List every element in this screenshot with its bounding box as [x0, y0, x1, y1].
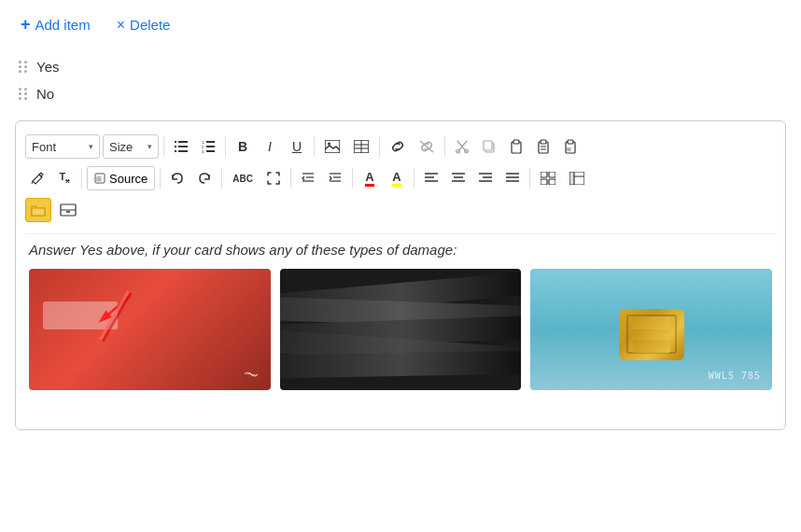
remove-format-icon: Tx — [59, 171, 69, 185]
align-center-button[interactable] — [446, 166, 471, 190]
separator — [290, 168, 291, 189]
bold-icon: B — [238, 139, 247, 154]
svg-rect-53 — [541, 172, 547, 177]
list-item: Yes — [15, 53, 786, 80]
editor-content[interactable]: Answer Yes above, if your card shows any… — [25, 233, 776, 420]
add-item-button[interactable]: + Add item — [15, 11, 96, 38]
paste-word-icon: W — [564, 139, 577, 154]
frame-icon — [541, 172, 555, 185]
indent-button[interactable] — [323, 166, 347, 190]
paste-word-button[interactable]: W — [558, 134, 583, 159]
drawer-icon — [60, 203, 77, 217]
align-right-button[interactable] — [473, 166, 498, 190]
separator — [444, 136, 445, 157]
copy-icon — [483, 140, 496, 153]
source-button[interactable]: ⊞ Source — [87, 166, 155, 190]
image-gallery: WWLS 785 — [29, 269, 772, 390]
underline-icon: U — [292, 139, 302, 154]
insert-link-button[interactable] — [385, 134, 411, 159]
font-dropdown-arrow: ▾ — [89, 142, 93, 151]
underline-button[interactable]: U — [285, 134, 309, 159]
size-dropdown[interactable]: Size ▾ — [103, 134, 159, 159]
delete-label: Delete — [130, 17, 170, 33]
justify-icon — [506, 173, 519, 184]
redo-icon — [198, 172, 211, 185]
spellcheck-button[interactable]: ABC — [227, 166, 259, 190]
card-image-2 — [280, 269, 522, 390]
separator — [352, 168, 353, 189]
item-yes-label: Yes — [36, 59, 59, 75]
undo-icon — [171, 172, 184, 185]
ordered-list-button[interactable]: 1. 2. 3. — [196, 134, 220, 159]
svg-rect-54 — [549, 172, 555, 177]
editor-toolbar-row-1: Font ▾ Size ▾ 1. 2. 3. — [25, 131, 776, 162]
delete-button[interactable]: × Delete — [111, 13, 176, 37]
svg-rect-56 — [549, 179, 555, 185]
paste-icon — [510, 139, 523, 154]
spellcheck-icon: ABC — [232, 174, 253, 184]
paste-text-button[interactable] — [531, 134, 555, 159]
svg-rect-30 — [568, 140, 573, 144]
drag-handle-no[interactable] — [19, 88, 27, 100]
font-color-button[interactable]: A — [358, 166, 382, 190]
pencil-button[interactable] — [25, 166, 49, 190]
copy-button[interactable] — [477, 134, 501, 159]
outdent-button[interactable] — [296, 166, 320, 190]
template-button[interactable] — [564, 166, 590, 190]
separator — [160, 168, 161, 189]
fullscreen-button[interactable] — [261, 166, 286, 190]
size-dropdown-arrow: ▾ — [148, 142, 152, 151]
align-right-icon — [479, 173, 492, 184]
unordered-list-button[interactable] — [169, 134, 193, 159]
contactless-icon — [243, 368, 261, 381]
svg-rect-9 — [206, 146, 215, 147]
separator — [314, 136, 315, 157]
paste-button[interactable] — [504, 134, 528, 159]
list-items: Yes No — [15, 53, 786, 107]
svg-rect-2 — [175, 146, 176, 147]
image-icon — [325, 140, 340, 153]
remove-format-button[interactable]: Tx — [52, 166, 77, 190]
svg-rect-22 — [484, 141, 492, 150]
arrow-overlay — [85, 286, 141, 332]
svg-rect-7 — [206, 141, 215, 143]
align-left-button[interactable] — [419, 166, 443, 190]
drag-handle-yes[interactable] — [19, 61, 27, 73]
font-dropdown[interactable]: Font ▾ — [25, 134, 100, 159]
unlink-button[interactable] — [414, 134, 440, 159]
paste-text-icon — [537, 139, 550, 154]
undo-button[interactable] — [165, 166, 190, 190]
svg-line-64 — [104, 295, 132, 318]
folder-button[interactable] — [25, 198, 51, 222]
bg-color-button[interactable]: A — [385, 166, 409, 190]
add-item-label: Add item — [35, 17, 91, 33]
card-image-3: WWLS 785 — [530, 269, 772, 390]
insert-table-button[interactable] — [348, 134, 374, 159]
separator — [414, 168, 415, 189]
italic-button[interactable]: I — [258, 134, 282, 159]
insert-image-button[interactable] — [319, 134, 345, 159]
redo-button[interactable] — [192, 166, 217, 190]
folder-icon — [31, 203, 46, 217]
separator — [225, 136, 226, 157]
top-toolbar: + Add item × Delete — [15, 11, 786, 38]
svg-text:3.: 3. — [202, 149, 204, 153]
size-label: Size — [109, 140, 133, 154]
editor-toolbar-row-2: Tx ⊞ Source ABC — [25, 162, 776, 194]
unordered-list-icon — [175, 140, 188, 153]
drawer-button[interactable] — [54, 198, 82, 222]
frame-button[interactable] — [535, 166, 561, 190]
font-color-icon: A — [365, 170, 373, 187]
svg-point-13 — [328, 143, 330, 146]
ordered-list-icon: 1. 2. 3. — [202, 140, 215, 153]
template-icon — [569, 172, 584, 185]
editor-content-text: Answer Yes above, if your card shows any… — [29, 242, 772, 258]
justify-button[interactable] — [500, 166, 525, 190]
svg-rect-3 — [178, 146, 188, 147]
svg-text:W: W — [567, 147, 571, 152]
svg-rect-12 — [325, 140, 340, 153]
separator — [163, 136, 164, 157]
cut-button[interactable] — [450, 134, 474, 159]
separator — [81, 168, 82, 189]
bold-button[interactable]: B — [231, 134, 255, 159]
